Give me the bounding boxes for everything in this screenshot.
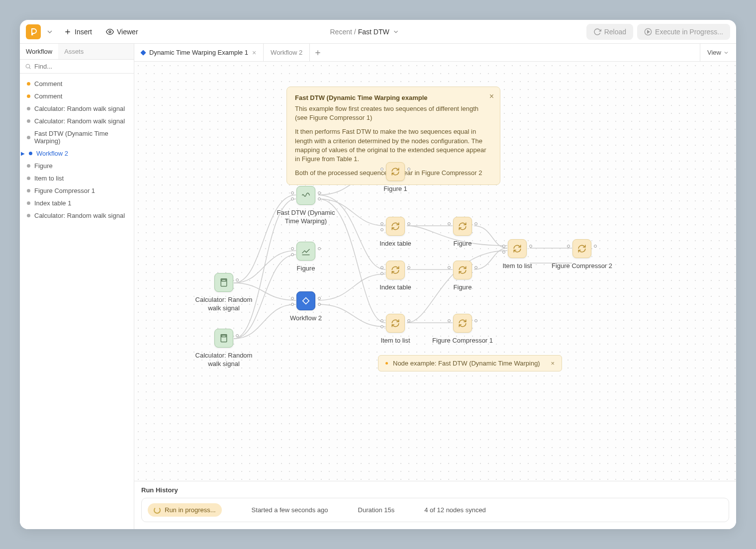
port-icon[interactable] [448, 266, 451, 269]
node-calculator[interactable]: Calculator: Random walk signal [189, 273, 259, 313]
port-icon[interactable] [380, 222, 383, 225]
tab-add-button[interactable] [310, 44, 326, 61]
port-icon[interactable] [291, 253, 294, 256]
port-icon[interactable] [291, 197, 294, 200]
sidebar-item-calculator[interactable]: Calculator: Random walk signal [20, 209, 134, 222]
app-logo[interactable] [26, 24, 41, 39]
node-box[interactable] [386, 217, 405, 236]
node-box[interactable] [296, 242, 315, 261]
execute-button[interactable]: Execute in Progress... [637, 24, 730, 40]
sidebar-item-figure[interactable]: Figure [20, 160, 134, 172]
port-icon[interactable] [318, 191, 321, 194]
insert-button[interactable]: Insert [59, 25, 97, 39]
breadcrumb-current[interactable]: Fast DTW [358, 28, 389, 36]
port-icon[interactable] [318, 297, 321, 300]
search-input[interactable] [34, 63, 129, 70]
sidebar-item-calculator[interactable]: Calculator: Random walk signal [20, 102, 134, 115]
port-icon[interactable] [594, 245, 597, 248]
port-icon[interactable] [380, 325, 383, 328]
node-indextable[interactable]: Index table [361, 217, 430, 248]
workflow-canvas[interactable]: Fast DTW (Dynamic Time Warping example ×… [134, 62, 736, 481]
port-icon[interactable] [236, 334, 239, 337]
sidebar-item-fastdtw[interactable]: Fast DTW (Dynamic Time Warping) [20, 127, 134, 147]
port-icon[interactable] [448, 222, 451, 225]
port-icon[interactable] [380, 272, 383, 275]
sidebar-item-indextable1[interactable]: Index table 1 [20, 197, 134, 209]
plus-icon [64, 28, 72, 36]
run-history-row[interactable]: Run in progress... Started a few seconds… [141, 498, 729, 522]
sidebar: Workflow Assets Comment Comment Calculat… [20, 44, 134, 529]
node-box[interactable] [453, 261, 472, 279]
port-icon[interactable] [407, 266, 410, 269]
node-figcomp2[interactable]: Figure Compressor 2 [547, 239, 617, 271]
node-box[interactable] [572, 239, 591, 258]
port-icon[interactable] [448, 319, 451, 322]
app-menu-dropdown[interactable] [45, 24, 55, 39]
sidebar-item-itemtolist[interactable]: Item to list [20, 172, 134, 184]
port-icon[interactable] [407, 222, 410, 225]
port-icon[interactable] [407, 168, 410, 171]
port-icon[interactable] [291, 303, 294, 306]
sidebar-search[interactable] [20, 60, 134, 74]
node-box[interactable] [453, 217, 472, 236]
chevron-right-icon: ▶ [21, 151, 25, 156]
port-icon[interactable] [291, 247, 294, 250]
port-icon[interactable] [502, 251, 505, 254]
node-box[interactable] [508, 239, 527, 258]
port-icon[interactable] [291, 191, 294, 194]
breadcrumb-parent[interactable]: Recent [330, 28, 352, 36]
port-icon[interactable] [291, 297, 294, 300]
node-fastdtw[interactable]: Fast DTW (Dynamic Time Warping) [271, 186, 341, 226]
sidebar-tab-workflow[interactable]: Workflow [20, 44, 58, 59]
port-icon[interactable] [380, 168, 383, 171]
tab-example1[interactable]: Dynamic Time Warping Example 1 × [134, 44, 264, 61]
sidebar-item-workflow2[interactable]: ▶Workflow 2 [20, 147, 134, 160]
sidebar-item-calculator[interactable]: Calculator: Random walk signal [20, 115, 134, 127]
node-workflow2[interactable]: Workflow 2 [271, 291, 341, 323]
viewer-button[interactable]: Viewer [101, 25, 143, 39]
close-icon[interactable]: × [489, 92, 494, 101]
tab-workflow2[interactable]: Workflow 2 [264, 44, 310, 61]
node-box[interactable] [386, 261, 405, 279]
port-icon[interactable] [407, 319, 410, 322]
sidebar-item-comment[interactable]: Comment [20, 78, 134, 90]
close-icon[interactable]: × [252, 49, 256, 57]
node-calculator[interactable]: Calculator: Random walk signal [189, 329, 259, 368]
node-figure[interactable]: Figure [271, 242, 341, 273]
port-icon[interactable] [318, 197, 321, 200]
port-icon[interactable] [236, 278, 239, 281]
node-itemtolist[interactable]: Item to list [482, 239, 552, 271]
port-icon[interactable] [567, 245, 570, 248]
port-icon[interactable] [474, 222, 477, 225]
node-figcomp1[interactable]: Figure Compressor 1 [428, 314, 497, 345]
close-icon[interactable]: × [551, 360, 555, 367]
node-box[interactable] [453, 314, 472, 333]
sidebar-item-comment[interactable]: Comment [20, 90, 134, 102]
sidebar-item-figcomp1[interactable]: Figure Compressor 1 [20, 184, 134, 197]
node-box[interactable] [386, 314, 405, 333]
node-itemtolist[interactable]: Item to list [361, 314, 430, 345]
port-icon[interactable] [529, 245, 532, 248]
toast-node-example[interactable]: Node example: Fast DTW (Dynamic Time War… [378, 355, 562, 371]
node-box[interactable] [386, 162, 405, 181]
view-dropdown[interactable]: View [700, 44, 736, 61]
port-icon[interactable] [474, 266, 477, 269]
node-figure1[interactable]: Figure 1 [361, 162, 430, 193]
port-icon[interactable] [380, 266, 383, 269]
port-icon[interactable] [318, 303, 321, 306]
node-box[interactable] [296, 291, 315, 310]
sidebar-tab-assets[interactable]: Assets [58, 44, 90, 59]
node-box[interactable] [214, 329, 233, 348]
node-indextable[interactable]: Index table [361, 261, 430, 292]
port-icon[interactable] [502, 245, 505, 248]
node-box[interactable] [296, 186, 315, 205]
port-icon[interactable] [380, 319, 383, 322]
port-icon[interactable] [474, 319, 477, 322]
node-box[interactable] [214, 273, 233, 292]
chevron-down-icon[interactable] [392, 28, 399, 35]
port-icon[interactable] [318, 247, 321, 250]
comment-title: Fast DTW (Dynamic Time Warping example [295, 94, 492, 101]
port-icon[interactable] [380, 228, 383, 231]
reload-button[interactable]: Reload [586, 24, 633, 40]
run-history-title: Run History [141, 486, 729, 494]
